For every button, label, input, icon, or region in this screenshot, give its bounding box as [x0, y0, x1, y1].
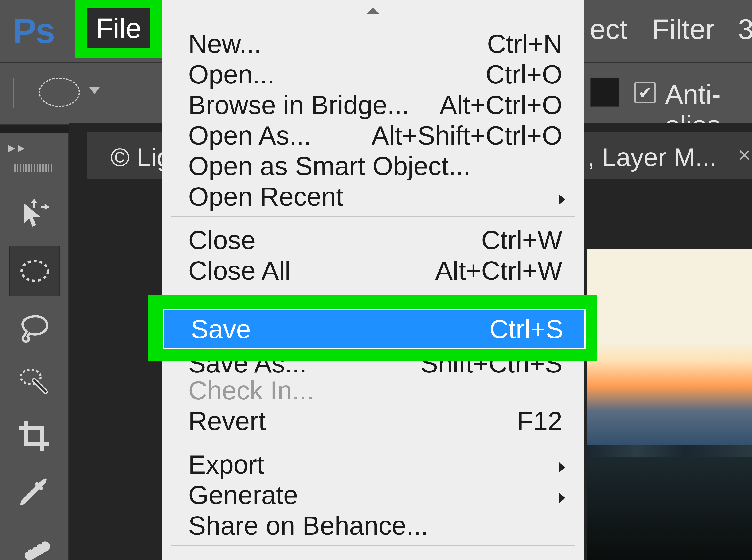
- eyedropper-icon: [18, 475, 50, 507]
- document-canvas[interactable]: [588, 249, 752, 560]
- healing-brush-tool[interactable]: [9, 521, 59, 560]
- menu-item-shortcut: Alt+Ctrl+O: [440, 90, 562, 120]
- menu-item-label: Close All: [188, 256, 291, 286]
- submenu-arrow-icon: [559, 462, 565, 473]
- color-swatch[interactable]: [590, 78, 619, 107]
- menu-item-share-on-behance[interactable]: Share on Behance...: [162, 510, 584, 541]
- menu-item-label: Share on Behance...: [188, 511, 428, 541]
- menu-item-export[interactable]: Export: [162, 449, 584, 480]
- menu-item-label: Revert: [188, 406, 266, 436]
- menu-item-label: Generate: [188, 480, 298, 510]
- menu-item-label: Export: [188, 449, 264, 480]
- menu-item-shortcut: Alt+Ctrl+W: [435, 256, 562, 286]
- menu-item-label: Open as Smart Object...: [188, 151, 470, 181]
- menu-item-label: Open Recent: [188, 181, 343, 212]
- menu-3d-partial[interactable]: 3: [738, 13, 752, 45]
- svg-marker-3: [45, 203, 49, 210]
- document-close-button[interactable]: ×: [738, 142, 751, 168]
- anti-alias-checkbox[interactable]: ✔: [634, 82, 656, 103]
- move-tool[interactable]: [9, 191, 59, 240]
- crop-icon: [18, 419, 50, 452]
- document-title-right[interactable]: , Layer M...: [588, 142, 717, 172]
- menu-item-label: Save: [191, 314, 251, 344]
- menu-item-label: Close: [188, 225, 256, 255]
- svg-marker-0: [24, 203, 41, 226]
- current-tool-icon[interactable]: [39, 78, 80, 107]
- menu-filter[interactable]: Filter: [652, 13, 715, 45]
- menu-item-label: Open As...: [188, 120, 311, 151]
- app-logo: Ps: [13, 11, 54, 51]
- menu-item-shortcut: F12: [517, 406, 562, 436]
- menu-item-open-recent[interactable]: Open Recent: [162, 181, 584, 212]
- marquee-icon: [18, 255, 51, 287]
- quick-selection-icon: [18, 365, 50, 398]
- menu-item-generate[interactable]: Generate: [162, 480, 584, 510]
- menu-scroll-up-icon[interactable]: [367, 8, 379, 14]
- svg-point-5: [22, 261, 48, 281]
- menu-item-shortcut: Ctrl+O: [486, 59, 562, 89]
- eyedropper-tool[interactable]: [9, 466, 59, 516]
- crop-tool[interactable]: [9, 411, 59, 461]
- menu-item-open[interactable]: Open... Ctrl+O: [162, 59, 584, 89]
- menu-separator: [171, 442, 574, 442]
- menu-item-new[interactable]: New... Ctrl+N: [162, 28, 584, 59]
- lasso-icon: [18, 312, 50, 344]
- tool-preset-dropdown-icon[interactable]: [89, 87, 100, 94]
- tools-expand-icon[interactable]: ▸▸: [8, 139, 27, 156]
- menu-item-label: Open...: [188, 59, 275, 89]
- menu-select-partial[interactable]: ect: [590, 13, 627, 45]
- svg-point-9: [30, 547, 33, 549]
- submenu-arrow-icon: [559, 493, 565, 503]
- menu-item-save[interactable]: Save Ctrl+S: [163, 309, 586, 349]
- menu-item-shortcut: Ctrl+N: [487, 29, 562, 59]
- menu-item-browse-in-bridge[interactable]: Browse in Bridge... Alt+Ctrl+O: [162, 89, 584, 120]
- menu-item-close-all[interactable]: Close All Alt+Ctrl+W: [162, 255, 584, 286]
- menu-item-shortcut: Alt+Shift+Ctrl+O: [371, 120, 562, 151]
- submenu-arrow-icon: [559, 194, 565, 205]
- menu-item-open-as[interactable]: Open As... Alt+Shift+Ctrl+O: [162, 120, 584, 151]
- elliptical-marquee-tool[interactable]: [9, 245, 60, 296]
- svg-point-11: [39, 542, 42, 544]
- tools-grip-icon[interactable]: [14, 164, 54, 172]
- menu-file[interactable]: File: [87, 8, 150, 48]
- menu-item-label: Check In...: [188, 375, 314, 406]
- menu-item-shortcut: Ctrl+S: [489, 314, 563, 344]
- svg-point-10: [35, 544, 37, 547]
- menu-separator: [171, 545, 574, 546]
- svg-marker-4: [31, 199, 37, 203]
- menu-item-check-in: Check In...: [162, 375, 584, 406]
- menu-item-revert[interactable]: Revert F12: [162, 406, 584, 436]
- menu-item-label: New...: [188, 29, 261, 59]
- healing-brush-icon: [18, 529, 50, 560]
- menu-item-open-as-smart-object[interactable]: Open as Smart Object...: [162, 151, 584, 181]
- menu-item-close[interactable]: Close Ctrl+W: [162, 225, 584, 255]
- menu-item-shortcut: Ctrl+W: [481, 225, 562, 255]
- quick-selection-tool[interactable]: [9, 357, 59, 406]
- options-divider: [13, 78, 14, 108]
- svg-point-8: [26, 550, 28, 553]
- menu-item-label: Browse in Bridge...: [188, 90, 409, 120]
- move-icon: [18, 199, 50, 232]
- menu-separator: [171, 216, 574, 217]
- file-menu-dropdown: New... Ctrl+N Open... Ctrl+O Browse in B…: [162, 0, 584, 560]
- lasso-tool[interactable]: [9, 303, 59, 353]
